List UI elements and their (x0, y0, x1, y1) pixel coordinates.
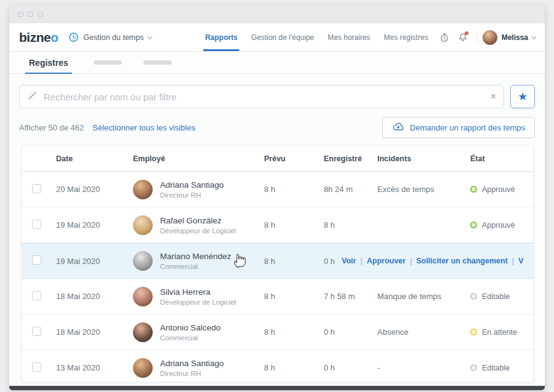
checkbox-cell (32, 184, 56, 195)
column-header-etat: État (470, 154, 523, 163)
logo-text: bizne (19, 30, 50, 44)
saved-filters-button[interactable]: ★ (510, 85, 535, 108)
employee-cell: Adriana SantiagoDirecteur RH (133, 180, 264, 199)
row-checkbox[interactable] (32, 184, 41, 193)
row-status: Approuvé (470, 185, 523, 194)
nav-item-gestion-equipe[interactable]: Gestion de l'équipe (251, 23, 314, 51)
row-date: 18 Mai 2020 (56, 292, 133, 301)
employee-role: Commercial (160, 263, 231, 270)
select-all-link[interactable]: Sélectionner tous les visibles (92, 123, 195, 132)
product-menu-dropdown[interactable]: Gestion du temps (84, 33, 151, 42)
row-planned-hours: 8 h (264, 185, 324, 194)
stopwatch-icon[interactable] (440, 33, 449, 42)
tab-placeholder (94, 60, 122, 65)
table-row[interactable]: 18 Mai 2020Antonio SalcedoCommercial8 h0… (22, 314, 533, 350)
row-checkbox[interactable] (32, 255, 41, 265)
column-header-incidents: Incidents (377, 154, 470, 163)
employee-avatar (133, 180, 153, 199)
employee-cell: Adriana SantiagoDirecteur RH (133, 358, 264, 378)
search-input[interactable] (44, 92, 485, 102)
table-row[interactable]: 20 Mai 2020Adriana SantiagoDirecteur RH8… (22, 172, 533, 207)
employee-role: Commercial (160, 334, 220, 342)
row-planned-hours: 8 h (264, 220, 324, 230)
clear-search-icon[interactable]: × (491, 92, 496, 102)
table-body: 20 Mai 2020Adriana SantiagoDirecteur RH8… (22, 172, 533, 382)
checkbox-cell (32, 362, 56, 374)
employee-avatar (133, 287, 153, 306)
window-bottom-bar (9, 386, 545, 390)
row-action-link[interactable]: Voir (342, 257, 356, 265)
employee-cell: Silvia HerreraDéveloppeur de Logiciel (133, 287, 264, 306)
tab-registres[interactable]: Registres (25, 52, 72, 74)
status-label: Editable (482, 292, 510, 301)
row-recorded-hours: 8 h (324, 220, 377, 230)
filter-wand-icon (27, 90, 38, 103)
row-action-link[interactable]: Solliciter un changement (416, 257, 508, 265)
employee-avatar (133, 358, 153, 378)
employee-cell: Mariano MenéndezCommercial (133, 251, 264, 271)
bell-icon[interactable] (458, 33, 468, 42)
table-header-row: Date Employé Prévu Enregistré Incidents … (22, 146, 533, 172)
row-planned-hours: 8 h (264, 363, 324, 372)
time-records-table: Date Employé Prévu Enregistré Incidents … (22, 145, 534, 382)
user-menu-chevron-icon[interactable] (531, 34, 536, 39)
column-header-prevu: Prévu (264, 154, 324, 163)
row-action-link[interactable]: Approuver (367, 257, 406, 265)
row-status: Editable (470, 292, 523, 301)
user-avatar[interactable] (483, 30, 497, 45)
bizneo-logo[interactable]: bizneo (19, 30, 58, 45)
row-status: En attente (470, 328, 523, 337)
status-dot (470, 364, 477, 371)
table-row[interactable]: 18 Mai 2020Silvia HerreraDéveloppeur de … (22, 279, 533, 314)
tabs-bar: Registres (9, 52, 545, 74)
employee-name: Adriana Santiago (160, 359, 224, 368)
window-minimize-button[interactable] (28, 12, 33, 17)
search-field[interactable]: × (19, 85, 504, 108)
top-navbar: bizneo Gestion du temps Rapports Gestion… (9, 23, 545, 52)
request-report-button[interactable]: Demander un rapport des temps (382, 117, 535, 138)
status-label: En attente (482, 328, 517, 337)
column-header-employe: Employé (133, 154, 264, 163)
row-checkbox[interactable] (32, 291, 41, 300)
action-separator: | (410, 257, 412, 265)
employee-role: Directeur RH (160, 191, 224, 199)
row-action-link[interactable]: Voir registre (518, 257, 523, 265)
table-row[interactable]: 19 Mai 2020Mariano MenéndezCommercial8 h… (22, 243, 533, 279)
status-label: Approuvé (482, 221, 515, 230)
time-management-clock-icon (68, 32, 79, 42)
employee-name: Mariano Menéndez (160, 252, 231, 261)
employee-role: Directeur RH (160, 370, 224, 377)
row-recorded-hours: 0 h (324, 257, 335, 266)
row-checkbox[interactable] (32, 362, 41, 372)
status-dot (470, 329, 477, 335)
nav-item-mes-registres[interactable]: Mes registres (384, 23, 428, 51)
main-content: × ★ Afficher 50 de 462 Sélectionner tous… (9, 74, 545, 386)
row-checkbox[interactable] (32, 327, 41, 336)
row-incident: - (377, 363, 470, 372)
employee-cell: Antonio SalcedoCommercial (133, 322, 264, 342)
app-window: bizneo Gestion du temps Rapports Gestion… (9, 5, 545, 390)
checkbox-cell (32, 291, 56, 302)
row-recorded-hours: 0 h (324, 327, 377, 337)
table-row[interactable]: 19 Mai 2020Rafael GonzálezDéveloppeur de… (22, 207, 533, 243)
star-icon: ★ (518, 91, 528, 102)
row-date: 13 Mai 2020 (56, 363, 133, 372)
status-label: Editable (482, 364, 510, 372)
table-row[interactable]: 13 Mai 2020Adriana SantiagoDirecteur RH8… (22, 350, 533, 382)
row-date: 19 Mai 2020 (56, 220, 133, 230)
window-close-button[interactable] (18, 12, 23, 17)
request-report-label: Demander un rapport des temps (410, 123, 525, 132)
row-recorded-hours: 0 h (324, 363, 377, 372)
employee-info: Adriana SantiagoDirecteur RH (160, 359, 224, 377)
row-planned-hours: 8 h (264, 257, 324, 266)
nav-item-mes-horaires[interactable]: Mes horaires (327, 23, 370, 51)
row-checkbox[interactable] (32, 220, 41, 229)
row-incident: Excès de temps (377, 185, 470, 194)
row-incident: Absence (377, 327, 470, 337)
row-planned-hours: 8 h (264, 292, 324, 301)
window-maximize-button[interactable] (38, 12, 43, 17)
row-planned-hours: 8 h (264, 327, 324, 337)
nav-item-rapports[interactable]: Rapports (205, 23, 238, 51)
checkbox-cell (32, 255, 56, 266)
user-name[interactable]: Melissa (502, 33, 528, 42)
